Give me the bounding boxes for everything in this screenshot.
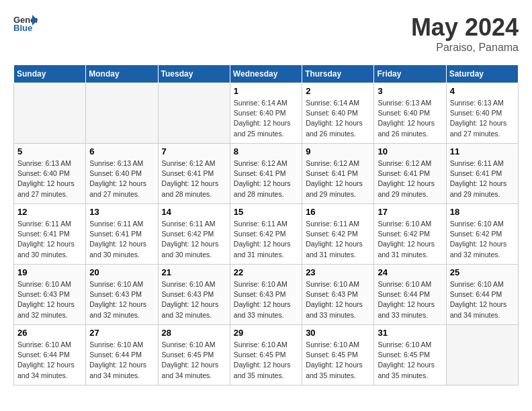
calendar-cell: 29Sunrise: 6:10 AMSunset: 6:45 PMDayligh… xyxy=(230,325,302,385)
calendar-cell: 17Sunrise: 6:10 AMSunset: 6:42 PMDayligh… xyxy=(374,204,446,265)
day-info: Sunrise: 6:11 AMSunset: 6:41 PMDaylight:… xyxy=(17,219,82,260)
day-info: Sunrise: 6:10 AMSunset: 6:45 PMDaylight:… xyxy=(306,340,370,381)
calendar-cell: 22Sunrise: 6:10 AMSunset: 6:43 PMDayligh… xyxy=(230,265,302,325)
calendar-cell: 2Sunrise: 6:14 AMSunset: 6:40 PMDaylight… xyxy=(302,83,374,144)
day-number: 23 xyxy=(306,267,370,277)
calendar-cell: 31Sunrise: 6:10 AMSunset: 6:45 PMDayligh… xyxy=(374,325,446,385)
day-number: 8 xyxy=(234,146,298,156)
calendar-cell: 6Sunrise: 6:13 AMSunset: 6:40 PMDaylight… xyxy=(86,144,158,204)
calendar-cell: 5Sunrise: 6:13 AMSunset: 6:40 PMDaylight… xyxy=(14,144,86,204)
day-info: Sunrise: 6:13 AMSunset: 6:40 PMDaylight:… xyxy=(378,98,442,139)
day-number: 27 xyxy=(89,328,154,338)
calendar-cell: 7Sunrise: 6:12 AMSunset: 6:41 PMDaylight… xyxy=(158,144,230,204)
calendar-cell: 27Sunrise: 6:10 AMSunset: 6:44 PMDayligh… xyxy=(86,325,158,385)
calendar-cell: 14Sunrise: 6:11 AMSunset: 6:42 PMDayligh… xyxy=(158,204,230,265)
week-row-3: 12Sunrise: 6:11 AMSunset: 6:41 PMDayligh… xyxy=(14,204,519,265)
calendar-cell: 11Sunrise: 6:11 AMSunset: 6:41 PMDayligh… xyxy=(446,144,518,204)
calendar-cell: 12Sunrise: 6:11 AMSunset: 6:41 PMDayligh… xyxy=(14,204,86,265)
week-row-5: 26Sunrise: 6:10 AMSunset: 6:44 PMDayligh… xyxy=(14,325,519,385)
day-info: Sunrise: 6:11 AMSunset: 6:42 PMDaylight:… xyxy=(234,219,298,260)
week-row-4: 19Sunrise: 6:10 AMSunset: 6:43 PMDayligh… xyxy=(14,265,519,325)
day-number: 14 xyxy=(162,207,226,217)
week-row-2: 5Sunrise: 6:13 AMSunset: 6:40 PMDaylight… xyxy=(14,144,519,204)
day-number: 17 xyxy=(378,207,442,217)
day-info: Sunrise: 6:13 AMSunset: 6:40 PMDaylight:… xyxy=(450,98,515,139)
day-info: Sunrise: 6:10 AMSunset: 6:45 PMDaylight:… xyxy=(234,340,298,381)
day-info: Sunrise: 6:14 AMSunset: 6:40 PMDaylight:… xyxy=(234,98,298,139)
day-info: Sunrise: 6:12 AMSunset: 6:41 PMDaylight:… xyxy=(162,158,226,199)
day-info: Sunrise: 6:10 AMSunset: 6:42 PMDaylight:… xyxy=(378,219,442,260)
day-number: 20 xyxy=(89,267,154,277)
column-header-thursday: Thursday xyxy=(302,65,374,83)
day-info: Sunrise: 6:11 AMSunset: 6:42 PMDaylight:… xyxy=(162,219,226,260)
day-number: 22 xyxy=(234,267,298,277)
day-info: Sunrise: 6:12 AMSunset: 6:41 PMDaylight:… xyxy=(234,158,298,199)
column-header-monday: Monday xyxy=(86,65,158,83)
svg-text:Blue: Blue xyxy=(13,23,32,32)
day-info: Sunrise: 6:10 AMSunset: 6:43 PMDaylight:… xyxy=(234,279,298,320)
calendar-cell xyxy=(446,325,518,385)
day-number: 16 xyxy=(306,207,370,217)
day-number: 4 xyxy=(450,86,515,96)
day-info: Sunrise: 6:13 AMSunset: 6:40 PMDaylight:… xyxy=(17,158,82,199)
logo: General Blue xyxy=(13,13,38,32)
day-info: Sunrise: 6:10 AMSunset: 6:45 PMDaylight:… xyxy=(162,340,226,381)
month-title: May 2024 xyxy=(411,13,519,42)
calendar-cell: 23Sunrise: 6:10 AMSunset: 6:43 PMDayligh… xyxy=(302,265,374,325)
day-info: Sunrise: 6:13 AMSunset: 6:40 PMDaylight:… xyxy=(89,158,154,199)
day-number: 3 xyxy=(378,86,442,96)
calendar-cell xyxy=(86,83,158,144)
calendar-cell: 26Sunrise: 6:10 AMSunset: 6:44 PMDayligh… xyxy=(14,325,86,385)
column-header-sunday: Sunday xyxy=(14,65,86,83)
calendar-cell: 25Sunrise: 6:10 AMSunset: 6:44 PMDayligh… xyxy=(446,265,518,325)
day-number: 26 xyxy=(17,328,82,338)
day-number: 6 xyxy=(89,146,154,156)
day-number: 7 xyxy=(162,146,226,156)
day-info: Sunrise: 6:12 AMSunset: 6:41 PMDaylight:… xyxy=(306,158,370,199)
day-number: 21 xyxy=(162,267,226,277)
calendar-cell: 3Sunrise: 6:13 AMSunset: 6:40 PMDaylight… xyxy=(374,83,446,144)
location: Paraiso, Panama xyxy=(411,42,519,54)
day-info: Sunrise: 6:11 AMSunset: 6:42 PMDaylight:… xyxy=(306,219,370,260)
day-number: 15 xyxy=(234,207,298,217)
calendar-cell xyxy=(158,83,230,144)
calendar-cell: 10Sunrise: 6:12 AMSunset: 6:41 PMDayligh… xyxy=(374,144,446,204)
week-row-1: 1Sunrise: 6:14 AMSunset: 6:40 PMDaylight… xyxy=(14,83,519,144)
day-number: 24 xyxy=(378,267,442,277)
day-info: Sunrise: 6:10 AMSunset: 6:43 PMDaylight:… xyxy=(162,279,226,320)
column-header-tuesday: Tuesday xyxy=(158,65,230,83)
calendar-cell: 18Sunrise: 6:10 AMSunset: 6:42 PMDayligh… xyxy=(446,204,518,265)
day-number: 30 xyxy=(306,328,370,338)
day-number: 2 xyxy=(306,86,370,96)
day-number: 18 xyxy=(450,207,515,217)
calendar-cell: 21Sunrise: 6:10 AMSunset: 6:43 PMDayligh… xyxy=(158,265,230,325)
day-info: Sunrise: 6:10 AMSunset: 6:44 PMDaylight:… xyxy=(17,340,82,381)
day-number: 12 xyxy=(17,207,82,217)
calendar-cell: 8Sunrise: 6:12 AMSunset: 6:41 PMDaylight… xyxy=(230,144,302,204)
day-info: Sunrise: 6:10 AMSunset: 6:43 PMDaylight:… xyxy=(17,279,82,320)
day-info: Sunrise: 6:10 AMSunset: 6:45 PMDaylight:… xyxy=(378,340,442,381)
day-info: Sunrise: 6:10 AMSunset: 6:43 PMDaylight:… xyxy=(306,279,370,320)
day-number: 19 xyxy=(17,267,82,277)
column-header-friday: Friday xyxy=(374,65,446,83)
page-header: General Blue May 2024 Paraiso, Panama xyxy=(13,13,519,54)
column-header-wednesday: Wednesday xyxy=(230,65,302,83)
day-info: Sunrise: 6:10 AMSunset: 6:44 PMDaylight:… xyxy=(89,340,154,381)
day-info: Sunrise: 6:10 AMSunset: 6:44 PMDaylight:… xyxy=(378,279,442,320)
calendar-cell: 28Sunrise: 6:10 AMSunset: 6:45 PMDayligh… xyxy=(158,325,230,385)
calendar-cell: 15Sunrise: 6:11 AMSunset: 6:42 PMDayligh… xyxy=(230,204,302,265)
day-number: 25 xyxy=(450,267,515,277)
day-number: 1 xyxy=(234,86,298,96)
day-info: Sunrise: 6:10 AMSunset: 6:44 PMDaylight:… xyxy=(450,279,515,320)
day-number: 29 xyxy=(234,328,298,338)
calendar-cell: 4Sunrise: 6:13 AMSunset: 6:40 PMDaylight… xyxy=(446,83,518,144)
calendar-header-row: SundayMondayTuesdayWednesdayThursdayFrid… xyxy=(14,65,519,83)
day-info: Sunrise: 6:10 AMSunset: 6:43 PMDaylight:… xyxy=(89,279,154,320)
day-info: Sunrise: 6:14 AMSunset: 6:40 PMDaylight:… xyxy=(306,98,370,139)
calendar-cell: 24Sunrise: 6:10 AMSunset: 6:44 PMDayligh… xyxy=(374,265,446,325)
calendar-cell: 19Sunrise: 6:10 AMSunset: 6:43 PMDayligh… xyxy=(14,265,86,325)
calendar-cell: 20Sunrise: 6:10 AMSunset: 6:43 PMDayligh… xyxy=(86,265,158,325)
logo-icon: General Blue xyxy=(13,13,38,32)
day-info: Sunrise: 6:12 AMSunset: 6:41 PMDaylight:… xyxy=(378,158,442,199)
day-number: 13 xyxy=(89,207,154,217)
